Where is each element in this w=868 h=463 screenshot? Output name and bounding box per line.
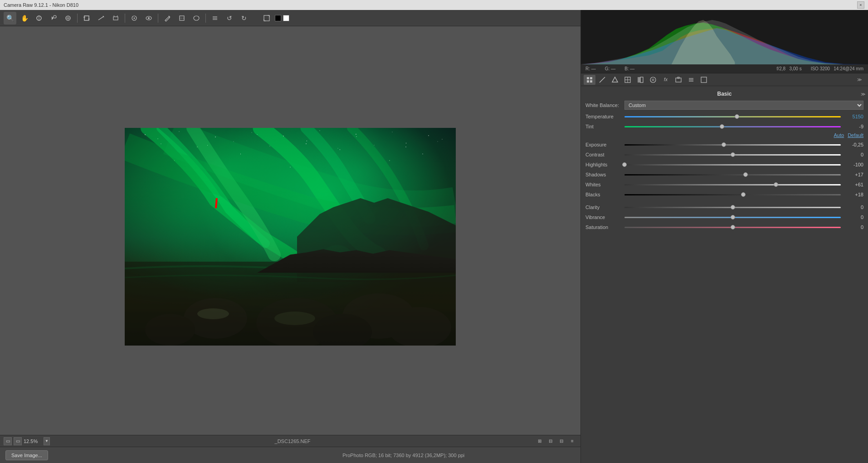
fullscreen-btn[interactable] [260, 12, 273, 24]
svg-point-2 [54, 15, 56, 18]
saturation-label: Saturation [585, 224, 622, 230]
auto-link[interactable]: Auto [834, 132, 844, 138]
transform-tool-btn[interactable] [109, 12, 122, 24]
contrast-row: Contrast 0 [581, 150, 868, 160]
exposure-value: -0,25 [844, 142, 863, 147]
blacks-slider-container[interactable] [624, 191, 841, 198]
blacks-value: +18 [844, 192, 863, 197]
whites-slider-container[interactable] [624, 181, 841, 188]
tab-snapshots[interactable] [698, 75, 710, 85]
svg-rect-77 [701, 77, 707, 83]
temperature-thumb[interactable] [735, 114, 739, 119]
zoom-level-display: 12.5% [24, 439, 42, 444]
tab-lens-corrections[interactable] [647, 75, 659, 85]
vibrance-label: Vibrance [585, 214, 622, 220]
filename-display: _DSC1265.NEF [50, 439, 535, 444]
saturation-thumb[interactable] [731, 225, 735, 229]
shadows-track [624, 174, 841, 175]
zoom-tool-btn[interactable]: 🔍 [4, 12, 16, 24]
svg-rect-11 [113, 17, 118, 20]
vibrance-slider-container[interactable] [624, 214, 841, 220]
auto-default-row: Auto Default [581, 132, 868, 140]
radial-filter-btn[interactable] [190, 12, 203, 24]
tab-detail[interactable] [609, 75, 621, 85]
contrast-thumb[interactable] [731, 152, 735, 157]
toggle-filmstrip-btn[interactable]: ⊟ [546, 437, 555, 446]
tint-value: -9 [844, 124, 863, 129]
tab-hsl[interactable] [622, 75, 634, 85]
white-balance-select[interactable]: Custom As Shot Auto Daylight Cloudy Shad… [624, 101, 863, 110]
brush-tool-btn[interactable] [161, 12, 174, 24]
clarity-track [624, 207, 841, 208]
blacks-row: Blacks +18 [581, 190, 868, 200]
undo-btn[interactable]: ↺ [223, 12, 236, 24]
panel-content: Basic ≫ White Balance: Custom As Shot Au… [581, 86, 868, 235]
hand-tool-btn[interactable]: ✋ [18, 12, 31, 24]
white-balance-tool-btn[interactable] [33, 12, 45, 24]
zoom-dropdown-btn[interactable]: ▼ [44, 437, 50, 445]
preferences-btn[interactable] [209, 12, 221, 24]
redeye-btn[interactable] [142, 12, 155, 24]
toggle-panel-btn[interactable]: ⊟ [557, 437, 566, 446]
svg-point-70 [650, 77, 656, 83]
svg-rect-61 [590, 77, 592, 79]
exposure-thumb[interactable] [722, 142, 726, 147]
clarity-slider-container[interactable] [624, 204, 841, 210]
graduated-filter-btn[interactable] [176, 12, 188, 24]
g-value: — [611, 66, 615, 71]
basic-expand-icon[interactable]: ≫ [861, 92, 865, 97]
tab-split-toning[interactable] [634, 75, 646, 85]
separator-1 [77, 14, 78, 23]
tab-camera-calibration[interactable] [673, 75, 684, 85]
shadows-slider-container[interactable] [624, 171, 841, 178]
temperature-track [624, 116, 841, 117]
photo-canvas[interactable] [125, 128, 456, 346]
tab-basic[interactable] [584, 75, 595, 85]
panel-tabs: fx ≫ [581, 73, 868, 86]
crop-tool-btn[interactable] [80, 12, 93, 24]
highlights-slider-container[interactable] [624, 161, 841, 168]
tab-effects[interactable]: fx [660, 75, 672, 85]
clarity-thumb[interactable] [731, 205, 735, 210]
zoom-in-btn[interactable]: ▭ [14, 437, 22, 445]
datetime-value: 14:24@24 mm [834, 66, 863, 71]
toggle-histogram-btn[interactable]: ⊞ [535, 437, 544, 446]
clarity-row: Clarity 0 [581, 202, 868, 212]
svg-rect-68 [638, 77, 640, 83]
tab-presets[interactable] [685, 75, 697, 85]
highlights-thumb[interactable] [622, 162, 627, 167]
temperature-slider-container[interactable] [624, 113, 841, 120]
tint-slider-container[interactable] [624, 123, 841, 130]
color-sampler-btn[interactable] [47, 12, 60, 24]
blacks-track [624, 194, 841, 195]
tab-tone-curve[interactable] [596, 75, 608, 85]
tint-thumb[interactable] [720, 124, 724, 129]
panel-expand-btn[interactable]: ≫ [853, 75, 865, 85]
g-label: G: [605, 66, 610, 71]
aurora-photo [125, 128, 456, 346]
shadows-thumb[interactable] [743, 172, 748, 177]
straighten-tool-btn[interactable] [95, 12, 107, 24]
default-link[interactable]: Default [848, 132, 863, 138]
target-adj-btn[interactable] [62, 12, 74, 24]
svg-point-71 [652, 79, 654, 81]
close-window-btn[interactable]: × [857, 1, 864, 9]
tint-label: Tint [585, 124, 622, 129]
g-value-row: G: — [605, 66, 615, 71]
saturation-slider-container[interactable] [624, 224, 841, 230]
blacks-thumb[interactable] [741, 192, 746, 197]
contrast-slider-container[interactable] [624, 151, 841, 158]
svg-point-33 [145, 314, 195, 346]
save-image-button[interactable]: Save Image... [5, 450, 48, 460]
tint-track [624, 126, 841, 127]
redo-btn[interactable]: ↻ [238, 12, 250, 24]
exposure-slider-container[interactable] [624, 141, 841, 148]
spot-removal-btn[interactable] [128, 12, 141, 24]
vibrance-value: 0 [844, 214, 863, 220]
basic-section-title: Basic [717, 91, 731, 97]
whites-thumb[interactable] [774, 182, 778, 187]
workflow-options-btn[interactable]: ≡ [568, 437, 577, 446]
vibrance-thumb[interactable] [731, 215, 735, 219]
white-balance-label: White Balance: [585, 102, 622, 108]
zoom-out-btn[interactable]: ▭ [4, 437, 12, 445]
